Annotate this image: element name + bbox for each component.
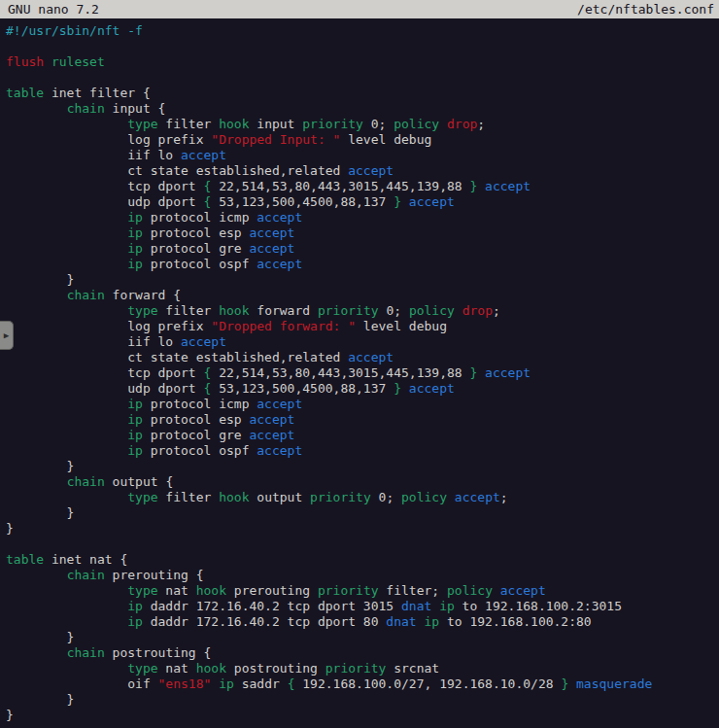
- code-line: }: [6, 272, 719, 288]
- code-line: chain output {: [6, 474, 719, 490]
- code-line: log prefix "Dropped Input: " level debug: [6, 132, 719, 148]
- code-line: ct state established,related accept: [6, 350, 719, 365]
- code-line: table inet nat {: [6, 552, 719, 568]
- code-line: type filter hook forward priority 0; pol…: [6, 303, 719, 319]
- code-line: ip daddr 172.16.40.2 tcp dport 80 dnat i…: [6, 614, 719, 630]
- code-line: ip protocol icmp accept: [6, 397, 719, 412]
- code-line: udp dport { 53,123,500,4500,88,137 } acc…: [6, 381, 719, 397]
- code-line: ct state established,related accept: [6, 163, 719, 179]
- code-line: ip protocol ospf accept: [6, 257, 719, 272]
- file-path: /etc/nftables.conf: [577, 0, 714, 18]
- code-line: chain input {: [6, 101, 719, 117]
- code-line: [6, 39, 719, 54]
- code-line: log prefix "Dropped forward: " level deb…: [6, 319, 719, 334]
- code-line: type filter hook output priority 0; poli…: [6, 490, 719, 505]
- code-line: [6, 70, 719, 86]
- editor-content[interactable]: #!/usr/sbin/nft -f flush ruleset table i…: [0, 18, 719, 723]
- code-line: iif lo accept: [6, 334, 719, 350]
- code-line: }: [6, 630, 719, 645]
- app-title: GNU nano 7.2: [8, 0, 99, 18]
- code-line: }: [6, 521, 719, 537]
- code-line: type filter hook input priority 0; polic…: [6, 117, 719, 132]
- code-line: }: [6, 692, 719, 708]
- code-line: tcp dport { 22,514,53,80,443,3015,445,13…: [6, 179, 719, 194]
- code-line: type nat hook postrouting priority srcna…: [6, 661, 719, 676]
- code-line: table inet filter {: [6, 86, 719, 101]
- sidebar-toggle[interactable]: ▶: [0, 321, 14, 350]
- code-line: ip daddr 172.16.40.2 tcp dport 3015 dnat…: [6, 599, 719, 614]
- code-line: ip protocol gre accept: [6, 428, 719, 443]
- code-line: chain forward {: [6, 288, 719, 303]
- code-line: }: [6, 459, 719, 474]
- code-line: ip protocol icmp accept: [6, 210, 719, 225]
- code-line: chain prerouting {: [6, 568, 719, 583]
- code-line: type nat hook prerouting priority filter…: [6, 583, 719, 599]
- code-line: ip protocol ospf accept: [6, 443, 719, 459]
- code-line: ip protocol gre accept: [6, 241, 719, 257]
- chevron-right-icon: ▶: [4, 331, 9, 340]
- code-line: ip protocol esp accept: [6, 225, 719, 241]
- code-line: ip protocol esp accept: [6, 412, 719, 428]
- nano-titlebar: GNU nano 7.2 /etc/nftables.conf: [0, 0, 719, 18]
- terminal-window: GNU nano 7.2 /etc/nftables.conf #!/usr/s…: [0, 0, 719, 728]
- code-line: oif "ens18" ip saddr { 192.168.100.0/27,…: [6, 676, 719, 692]
- code-line: udp dport { 53,123,500,4500,88,137 } acc…: [6, 194, 719, 210]
- code-line: flush ruleset: [6, 54, 719, 70]
- code-line: [6, 537, 719, 552]
- code-line: }: [6, 708, 719, 723]
- code-line: #!/usr/sbin/nft -f: [6, 23, 719, 39]
- code-line: iif lo accept: [6, 148, 719, 163]
- code-line: chain postrouting {: [6, 645, 719, 661]
- code-line: }: [6, 505, 719, 521]
- code-line: tcp dport { 22,514,53,80,443,3015,445,13…: [6, 365, 719, 381]
